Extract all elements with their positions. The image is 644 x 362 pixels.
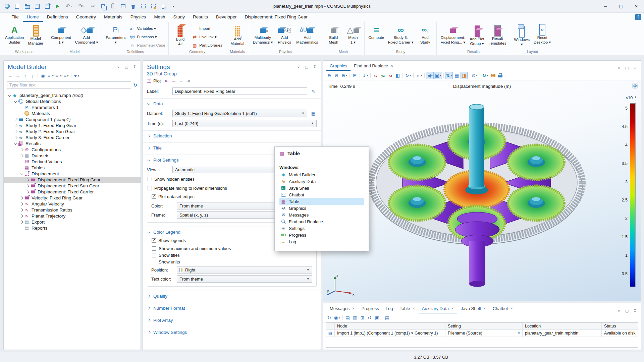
graphics-tool[interactable]: ▾ xyxy=(443,73,444,78)
show-titles-checkbox[interactable] xyxy=(152,253,156,257)
graphics-tool[interactable]: ▾ xyxy=(424,73,425,78)
plot-last-icon[interactable]: ⇥ xyxy=(186,78,190,83)
tree-chevron-icon[interactable] xyxy=(19,207,24,212)
ribbon-tab[interactable]: File xyxy=(7,13,23,22)
graphics-tool[interactable]: ◀▾ xyxy=(426,72,433,79)
tree-tool[interactable]: ↑▾ xyxy=(22,72,29,79)
tree-tool[interactable]: ←▾ xyxy=(7,72,14,79)
run-icon[interactable]: ▾ xyxy=(53,2,62,11)
maximize-button[interactable]: ▢ xyxy=(613,0,629,13)
dataset-table-icon[interactable]: ▦ xyxy=(310,110,317,117)
duplicate-icon[interactable]: ▾ xyxy=(119,2,127,11)
tree-item[interactable]: Displacement: Fixed Carrier xyxy=(4,189,141,195)
tree-item[interactable]: Study 2: Fixed Sun Gear xyxy=(4,128,141,134)
ribbon-button[interactable]: Add Material xyxy=(228,23,247,49)
graphics-tool[interactable]: ▾ xyxy=(489,72,496,79)
ribbon-button[interactable]: LiveLink ▾ xyxy=(190,34,224,40)
plot-icon[interactable] xyxy=(147,79,151,83)
undo-icon[interactable]: ▾ xyxy=(63,2,74,11)
ribbon-button[interactable]: Add Physics xyxy=(275,23,294,49)
float-panel-icon[interactable]: ▢ xyxy=(624,65,630,71)
auxiliary-tool[interactable]: ▾ xyxy=(342,315,343,320)
graphics-tool[interactable]: ☼▾ xyxy=(415,72,423,79)
information-tab[interactable]: Progress✕ xyxy=(358,305,382,313)
tree-tool[interactable]: ▾ xyxy=(71,73,71,78)
tree-item[interactable]: Derived Values xyxy=(4,159,141,165)
graphics-tool[interactable]: ⊖▾ xyxy=(333,72,340,79)
pin-panel-icon[interactable]: ↧ xyxy=(632,308,638,313)
auxiliary-tool[interactable]: ▤▾ xyxy=(384,314,391,321)
show-hidden-checkbox[interactable] xyxy=(148,177,152,181)
information-tab[interactable]: Table✕ xyxy=(396,305,418,313)
graphics-tool[interactable]: ↻▾ xyxy=(404,72,412,79)
graphics-canvas[interactable]: Time=0.249 s Displacement magnitude (m) … xyxy=(323,80,641,301)
ribbon-tab[interactable]: Developer xyxy=(212,13,241,22)
information-tab[interactable]: Java Shell✕ xyxy=(457,305,489,313)
graphics-tool[interactable]: ⊕▾ xyxy=(340,72,348,79)
ribbon-button[interactable]: Windows ▾ xyxy=(512,23,532,49)
collapse-panel-icon[interactable]: ∨ xyxy=(616,308,622,313)
column-header-location[interactable]: Location xyxy=(523,323,602,329)
tree-item[interactable]: Velocity: Fixed Ring Gear xyxy=(4,195,141,201)
collapse-panel-icon[interactable]: ∨ xyxy=(116,64,121,69)
deselect-icon[interactable]: ▾ xyxy=(149,2,158,11)
tree-chevron-icon[interactable] xyxy=(25,177,30,182)
toolbar-overflow-icon[interactable]: ▾ xyxy=(169,2,178,11)
tree-tool[interactable]: ≡▾ xyxy=(63,72,69,79)
pin-panel-icon[interactable]: ↧ xyxy=(312,64,317,69)
tree-tool[interactable]: →▾ xyxy=(14,72,21,79)
information-tab[interactable]: Messages✕ xyxy=(326,305,358,313)
ribbon-button[interactable]: Build All xyxy=(170,23,190,49)
collapse-panel-icon[interactable]: ∨ xyxy=(296,64,301,69)
tree-item[interactable]: Displacement xyxy=(4,171,141,177)
section-quality[interactable]: Quality xyxy=(143,291,321,301)
tree-item[interactable]: Datasets xyxy=(4,153,141,159)
graphics-tool[interactable]: ◨▾ xyxy=(461,72,468,79)
graphics-tool[interactable]: ⊚▾ xyxy=(471,72,478,79)
ribbon-button[interactable]: Reset Desktop ▾ xyxy=(532,23,553,49)
section-window-settings[interactable]: Window Settings xyxy=(143,327,321,337)
auxiliary-tool[interactable]: ▣▾ xyxy=(374,314,381,321)
graphics-tool[interactable]: ⊕▾ xyxy=(326,72,333,79)
plot-first-icon[interactable]: ⇤ xyxy=(165,78,168,83)
windows-menu-item[interactable]: Chatbot xyxy=(279,191,364,198)
zoom-selected-icon[interactable]: ▾ xyxy=(159,2,168,11)
graphics-tab[interactable]: Find and Replace✕ xyxy=(351,62,396,71)
graphics-tool[interactable]: ▣▾ xyxy=(434,72,442,79)
column-header-setting[interactable]: Setting xyxy=(445,323,515,329)
new-file-icon[interactable]: ▾ xyxy=(13,2,21,11)
close-tab-icon[interactable]: ✕ xyxy=(451,307,454,310)
ribbon-button[interactable]: Study 3: Fixed Carrier ▾ xyxy=(386,23,415,49)
tree-chevron-icon[interactable] xyxy=(19,171,24,176)
plot-next-icon[interactable]: → xyxy=(179,78,183,83)
show-units-checkbox[interactable] xyxy=(152,260,156,264)
time-select[interactable]: Last (0.249)▼ xyxy=(172,120,317,127)
windows-menu-item[interactable]: Auxiliary Data xyxy=(279,178,364,185)
tree-chevron-icon[interactable] xyxy=(13,135,18,140)
tree-chevron-icon[interactable] xyxy=(19,220,24,224)
ribbon-button[interactable]: Part Libraries xyxy=(190,42,224,49)
tree-item[interactable]: Planet Trajectory xyxy=(4,213,141,219)
plot-dataset-edges-checkbox[interactable] xyxy=(152,194,156,199)
select-icon[interactable]: ▾ xyxy=(139,2,148,11)
ribbon-button[interactable]: Result Templates xyxy=(487,23,508,49)
filename-list-icon[interactable] xyxy=(515,330,523,337)
tree-chevron-icon[interactable] xyxy=(13,99,18,104)
help-icon[interactable]: ? xyxy=(635,14,641,20)
graphics-tool[interactable]: xz▾ xyxy=(387,72,394,79)
tree-item[interactable]: Transmission Ratios xyxy=(4,207,141,213)
auxiliary-tool[interactable]: ▤▾ xyxy=(344,314,351,321)
column-header-status[interactable]: Status xyxy=(602,323,638,329)
auxiliary-tool[interactable]: ↺▾ xyxy=(366,314,373,321)
section-number-format[interactable]: Number Format xyxy=(143,303,321,313)
tree-tool[interactable]: ≡▾ xyxy=(47,72,54,79)
pin-panel-icon[interactable]: ↧ xyxy=(632,65,638,71)
legend-text-color-select[interactable]: From theme▼ xyxy=(177,275,312,283)
tree-chevron-icon[interactable] xyxy=(7,93,12,98)
ribbon-button[interactable]: Model Manager xyxy=(26,23,45,49)
tree-chevron-icon[interactable] xyxy=(13,117,18,122)
tree-chevron-icon[interactable] xyxy=(19,201,24,206)
close-tab-icon[interactable]: ✕ xyxy=(412,307,415,310)
ribbon-button[interactable]: Add Mathematics xyxy=(294,23,320,49)
tree-filter-input[interactable] xyxy=(7,81,131,89)
